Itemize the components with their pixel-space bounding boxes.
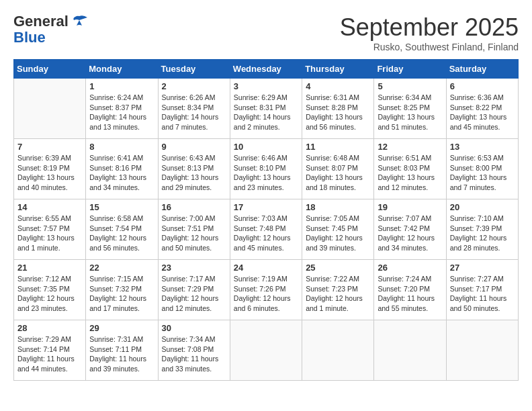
calendar-table: SundayMondayTuesdayWednesdayThursdayFrid… — [13, 59, 519, 381]
day-number: 23 — [162, 263, 226, 273]
calendar-week-1: 1Sunrise: 6:24 AM Sunset: 8:37 PM Daylig… — [14, 79, 519, 139]
calendar-cell: 28Sunrise: 7:29 AM Sunset: 7:14 PM Dayli… — [14, 320, 86, 381]
day-info: Sunrise: 7:07 AM Sunset: 7:42 PM Dayligh… — [378, 214, 442, 253]
logo-bird-icon — [70, 15, 89, 28]
day-number: 22 — [89, 263, 154, 273]
day-info: Sunrise: 6:58 AM Sunset: 7:54 PM Dayligh… — [89, 214, 154, 253]
calendar-cell — [446, 320, 518, 381]
day-info: Sunrise: 6:29 AM Sunset: 8:31 PM Dayligh… — [234, 93, 298, 132]
day-info: Sunrise: 6:53 AM Sunset: 8:00 PM Dayligh… — [450, 153, 515, 193]
day-info: Sunrise: 7:27 AM Sunset: 7:17 PM Dayligh… — [450, 274, 515, 314]
calendar-cell — [302, 320, 374, 381]
calendar-cell: 22Sunrise: 7:15 AM Sunset: 7:32 PM Dayli… — [86, 260, 158, 320]
day-number: 14 — [17, 202, 82, 212]
day-info: Sunrise: 7:12 AM Sunset: 7:35 PM Dayligh… — [17, 274, 82, 314]
page-header: General Blue September 2025 Rusko, South… — [13, 13, 519, 52]
day-info: Sunrise: 7:19 AM Sunset: 7:26 PM Dayligh… — [234, 274, 298, 314]
day-number: 27 — [450, 263, 515, 273]
day-number: 1 — [89, 81, 154, 91]
calendar-week-2: 7Sunrise: 6:39 AM Sunset: 8:19 PM Daylig… — [14, 139, 519, 199]
calendar-cell: 4Sunrise: 6:31 AM Sunset: 8:28 PM Daylig… — [302, 79, 374, 139]
day-info: Sunrise: 6:34 AM Sunset: 8:25 PM Dayligh… — [378, 93, 442, 132]
calendar-cell: 3Sunrise: 6:29 AM Sunset: 8:31 PM Daylig… — [230, 79, 302, 139]
logo-blue: Blue — [13, 29, 46, 46]
day-number: 30 — [162, 323, 226, 333]
day-info: Sunrise: 7:10 AM Sunset: 7:39 PM Dayligh… — [450, 214, 515, 253]
calendar-cell: 19Sunrise: 7:07 AM Sunset: 7:42 PM Dayli… — [374, 199, 446, 260]
calendar-cell: 10Sunrise: 6:46 AM Sunset: 8:10 PM Dayli… — [230, 139, 302, 199]
day-info: Sunrise: 6:36 AM Sunset: 8:22 PM Dayligh… — [450, 93, 515, 132]
day-number: 7 — [17, 142, 82, 152]
day-number: 16 — [162, 202, 226, 212]
logo: General Blue — [13, 13, 89, 46]
calendar-cell: 13Sunrise: 6:53 AM Sunset: 8:00 PM Dayli… — [446, 139, 518, 199]
calendar-week-3: 14Sunrise: 6:55 AM Sunset: 7:57 PM Dayli… — [14, 199, 519, 260]
day-info: Sunrise: 6:51 AM Sunset: 8:03 PM Dayligh… — [378, 153, 442, 193]
day-number: 25 — [306, 263, 370, 273]
day-info: Sunrise: 6:48 AM Sunset: 8:07 PM Dayligh… — [306, 153, 370, 193]
day-info: Sunrise: 6:31 AM Sunset: 8:28 PM Dayligh… — [306, 93, 370, 132]
day-number: 6 — [450, 81, 515, 91]
day-number: 9 — [162, 142, 226, 152]
day-number: 3 — [234, 81, 298, 91]
calendar-cell: 12Sunrise: 6:51 AM Sunset: 8:03 PM Dayli… — [374, 139, 446, 199]
calendar-cell — [230, 320, 302, 381]
day-number: 29 — [89, 323, 154, 333]
calendar-week-5: 28Sunrise: 7:29 AM Sunset: 7:14 PM Dayli… — [14, 320, 519, 381]
calendar-cell: 8Sunrise: 6:41 AM Sunset: 8:16 PM Daylig… — [86, 139, 158, 199]
logo-general: General — [13, 13, 69, 30]
day-info: Sunrise: 6:46 AM Sunset: 8:10 PM Dayligh… — [234, 153, 298, 193]
calendar-cell: 1Sunrise: 6:24 AM Sunset: 8:37 PM Daylig… — [86, 79, 158, 139]
day-number: 8 — [89, 142, 154, 152]
calendar-cell: 23Sunrise: 7:17 AM Sunset: 7:29 PM Dayli… — [158, 260, 230, 320]
weekday-header-monday: Monday — [86, 60, 158, 79]
calendar-cell — [374, 320, 446, 381]
day-number: 4 — [306, 81, 370, 91]
day-number: 11 — [306, 142, 370, 152]
day-info: Sunrise: 7:17 AM Sunset: 7:29 PM Dayligh… — [162, 274, 226, 314]
day-number: 5 — [378, 81, 442, 91]
weekday-header-wednesday: Wednesday — [230, 60, 302, 79]
day-info: Sunrise: 6:43 AM Sunset: 8:13 PM Dayligh… — [162, 153, 226, 193]
day-info: Sunrise: 6:39 AM Sunset: 8:19 PM Dayligh… — [17, 153, 82, 193]
day-info: Sunrise: 6:41 AM Sunset: 8:16 PM Dayligh… — [89, 153, 154, 193]
calendar-cell — [14, 79, 86, 139]
day-number: 2 — [162, 81, 226, 91]
day-number: 13 — [450, 142, 515, 152]
calendar-cell: 18Sunrise: 7:05 AM Sunset: 7:45 PM Dayli… — [302, 199, 374, 260]
month-title: September 2025 — [340, 13, 519, 42]
day-info: Sunrise: 7:05 AM Sunset: 7:45 PM Dayligh… — [306, 214, 370, 253]
day-info: Sunrise: 6:26 AM Sunset: 8:34 PM Dayligh… — [162, 93, 226, 132]
calendar-cell: 30Sunrise: 7:34 AM Sunset: 7:08 PM Dayli… — [158, 320, 230, 381]
calendar-cell: 16Sunrise: 7:00 AM Sunset: 7:51 PM Dayli… — [158, 199, 230, 260]
day-info: Sunrise: 7:00 AM Sunset: 7:51 PM Dayligh… — [162, 214, 226, 253]
day-number: 17 — [234, 202, 298, 212]
day-number: 20 — [450, 202, 515, 212]
calendar-cell: 17Sunrise: 7:03 AM Sunset: 7:48 PM Dayli… — [230, 199, 302, 260]
day-number: 15 — [89, 202, 154, 212]
calendar-cell: 5Sunrise: 6:34 AM Sunset: 8:25 PM Daylig… — [374, 79, 446, 139]
day-number: 19 — [378, 202, 442, 212]
weekday-header-thursday: Thursday — [302, 60, 374, 79]
day-number: 10 — [234, 142, 298, 152]
calendar-cell: 24Sunrise: 7:19 AM Sunset: 7:26 PM Dayli… — [230, 260, 302, 320]
calendar-cell: 27Sunrise: 7:27 AM Sunset: 7:17 PM Dayli… — [446, 260, 518, 320]
day-number: 26 — [378, 263, 442, 273]
calendar-cell: 11Sunrise: 6:48 AM Sunset: 8:07 PM Dayli… — [302, 139, 374, 199]
day-info: Sunrise: 7:24 AM Sunset: 7:20 PM Dayligh… — [378, 274, 442, 314]
day-info: Sunrise: 7:29 AM Sunset: 7:14 PM Dayligh… — [17, 334, 82, 374]
weekday-header-tuesday: Tuesday — [158, 60, 230, 79]
day-number: 12 — [378, 142, 442, 152]
calendar-week-4: 21Sunrise: 7:12 AM Sunset: 7:35 PM Dayli… — [14, 260, 519, 320]
calendar-cell: 9Sunrise: 6:43 AM Sunset: 8:13 PM Daylig… — [158, 139, 230, 199]
calendar-header-row: SundayMondayTuesdayWednesdayThursdayFrid… — [14, 60, 519, 79]
calendar-cell: 15Sunrise: 6:58 AM Sunset: 7:54 PM Dayli… — [86, 199, 158, 260]
weekday-header-saturday: Saturday — [446, 60, 518, 79]
location: Rusko, Southwest Finland, Finland — [340, 42, 519, 52]
title-block: September 2025 Rusko, Southwest Finland,… — [340, 13, 519, 52]
weekday-header-friday: Friday — [374, 60, 446, 79]
day-info: Sunrise: 7:22 AM Sunset: 7:23 PM Dayligh… — [306, 274, 370, 314]
day-number: 18 — [306, 202, 370, 212]
day-info: Sunrise: 7:03 AM Sunset: 7:48 PM Dayligh… — [234, 214, 298, 253]
calendar-cell: 7Sunrise: 6:39 AM Sunset: 8:19 PM Daylig… — [14, 139, 86, 199]
